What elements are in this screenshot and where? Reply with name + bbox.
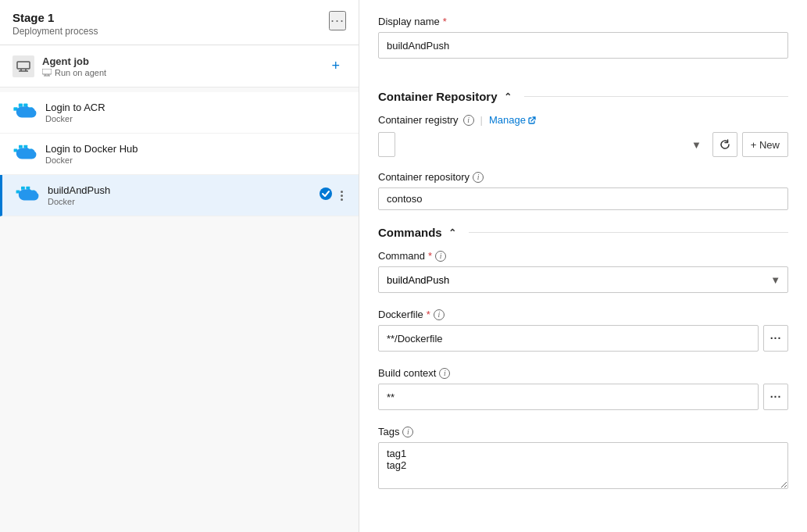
registry-input-row: ▼ + New: [378, 132, 788, 157]
dockerfile-browse-button[interactable]: ···: [763, 325, 788, 352]
chevron-up-icon: ⌃: [504, 91, 512, 102]
stage-title: Stage 1: [12, 11, 98, 24]
task-name: Login to Docker Hub: [45, 143, 346, 155]
build-context-input[interactable]: [378, 384, 759, 410]
task-sub: Docker: [45, 114, 346, 123]
task-name: buildAndPush: [48, 184, 311, 196]
task-sub: Docker: [45, 155, 346, 165]
dockerfile-info-icon: i: [434, 309, 445, 320]
command-info-icon: i: [435, 251, 446, 262]
svg-rect-4: [42, 69, 52, 74]
divider: |: [480, 114, 483, 126]
manage-link[interactable]: Manage: [489, 114, 536, 126]
display-name-field-group: Display name *: [378, 16, 788, 74]
docker-icon: [12, 141, 37, 166]
task-actions: [319, 187, 346, 204]
build-context-browse-button[interactable]: ···: [763, 384, 788, 410]
command-select[interactable]: buildAndPush build push: [378, 266, 788, 293]
task-info: Login to ACR Docker: [45, 102, 346, 123]
container-registry-info-icon: i: [463, 115, 474, 126]
svg-rect-16: [19, 145, 23, 148]
task-info: buildAndPush Docker: [48, 184, 311, 206]
new-button-label: + New: [751, 139, 780, 151]
dockerfile-input-row: ···: [378, 325, 788, 352]
add-task-button[interactable]: +: [325, 55, 346, 77]
dockerfile-required-indicator: *: [427, 309, 430, 320]
svg-rect-0: [17, 62, 30, 69]
display-name-label: Display name *: [378, 16, 788, 27]
left-panel: Stage 1 Deployment process ··· Agent job: [0, 0, 359, 532]
container-registry-label: Container registry: [378, 114, 459, 126]
stage-info: Stage 1 Deployment process: [12, 11, 98, 37]
agent-job-desc: Run on agent: [42, 68, 106, 77]
task-item[interactable]: Login to ACR Docker: [0, 92, 359, 134]
container-registry-row: Container registry i | Manage: [378, 114, 788, 126]
task-info: Login to Docker Hub Docker: [45, 143, 346, 165]
commands-section-title: Commands: [378, 226, 442, 239]
agent-job-info: Agent job Run on agent: [12, 55, 106, 77]
stage-header: Stage 1 Deployment process ···: [0, 0, 359, 45]
new-button[interactable]: + New: [742, 132, 788, 157]
container-repository-input[interactable]: [378, 187, 788, 210]
task-context-menu-button[interactable]: [337, 189, 346, 202]
commands-chevron-up-icon: ⌃: [448, 227, 456, 238]
docker-task-icon: [12, 100, 37, 125]
registry-select[interactable]: [378, 132, 395, 157]
required-indicator: *: [443, 16, 447, 27]
container-repository-header: Container Repository ⌃: [378, 90, 788, 103]
dockerfile-label: Dockerfile * i: [378, 309, 788, 320]
task-sub: Docker: [48, 197, 311, 206]
container-repository-field: Container repository i: [378, 171, 788, 210]
right-panel: Display name * Container Repository ⌃ Co…: [359, 0, 807, 532]
agent-icon: [12, 55, 34, 77]
tags-label: Tags i: [378, 426, 788, 437]
docker-icon: [12, 100, 37, 125]
agent-job-text: Agent job Run on agent: [42, 55, 106, 77]
build-context-label: Build context i: [378, 367, 788, 379]
task-name: Login to ACR: [45, 102, 346, 113]
stage-subtitle: Deployment process: [12, 26, 98, 37]
check-circle-icon: [319, 187, 333, 201]
registry-select-wrapper: ▼: [378, 132, 708, 157]
docker-task-icon: [12, 141, 37, 166]
commands-section: Commands ⌃ Command * i buildAndPush buil…: [378, 226, 788, 491]
container-repository-section: Container Repository ⌃ Container registr…: [378, 90, 788, 210]
display-name-input[interactable]: [378, 32, 788, 59]
svg-rect-10: [19, 104, 23, 107]
task-item[interactable]: Login to Docker Hub Docker: [0, 134, 359, 175]
tags-textarea[interactable]: tag1 tag2: [378, 442, 788, 489]
build-context-info-icon: i: [439, 368, 450, 379]
stage-menu-button[interactable]: ···: [329, 11, 346, 30]
docker-icon: [15, 183, 40, 208]
agent-svg-icon: [16, 61, 30, 72]
command-select-wrapper: buildAndPush build push ▼: [378, 266, 788, 293]
commands-header: Commands ⌃: [378, 226, 788, 239]
run-on-agent-icon: [42, 69, 52, 77]
tags-info-icon: i: [402, 427, 413, 437]
docker-task-icon: [15, 183, 40, 208]
container-repository-info-icon: i: [473, 172, 484, 183]
agent-job-row: Agent job Run on agent +: [0, 45, 359, 87]
svg-point-26: [320, 187, 332, 200]
external-link-icon: [528, 116, 536, 124]
command-field: Command * i buildAndPush build push ▼: [378, 250, 788, 293]
container-repository-label: Container repository i: [378, 171, 788, 183]
select-arrow-icon: ▼: [691, 139, 702, 151]
build-context-input-row: ···: [378, 384, 788, 410]
refresh-icon: [720, 139, 730, 150]
command-label: Command * i: [378, 250, 788, 262]
task-list: Login to ACR Docker Login to Docker Hub: [0, 87, 359, 221]
refresh-button[interactable]: [712, 132, 737, 157]
agent-job-subdesc: Run on agent: [55, 68, 106, 77]
dockerfile-field: Dockerfile * i ···: [378, 309, 788, 352]
agent-job-name: Agent job: [42, 55, 106, 67]
task-item-active[interactable]: buildAndPush Docker: [0, 175, 359, 216]
dockerfile-input[interactable]: [378, 325, 759, 352]
build-context-field: Build context i ···: [378, 367, 788, 410]
tags-field: Tags i tag1 tag2: [378, 426, 788, 491]
command-required-indicator: *: [428, 250, 432, 262]
svg-rect-22: [21, 187, 25, 190]
section-title: Container Repository: [378, 90, 498, 103]
check-icon: [319, 187, 333, 204]
